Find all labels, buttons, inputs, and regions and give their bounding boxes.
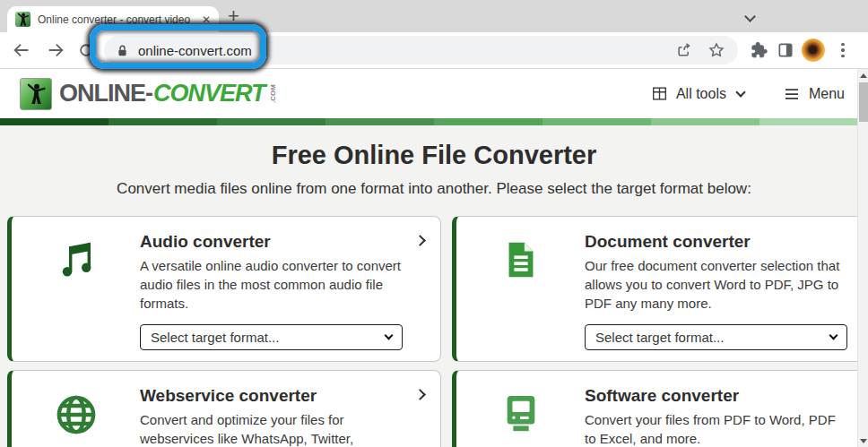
card-software-converter[interactable]: Software converter Convert your files fr…: [452, 370, 868, 447]
forward-button[interactable]: [45, 40, 66, 60]
url-text[interactable]: online-convert.com: [138, 43, 675, 58]
card-title: Document converter: [585, 232, 847, 252]
target-format-select[interactable]: Select target format...: [585, 324, 847, 350]
card-document-converter[interactable]: Document converter Our free document con…: [452, 216, 868, 362]
globe-icon: [12, 386, 140, 447]
chevron-right-icon[interactable]: [414, 389, 426, 400]
page-body: Free Online File Converter Convert media…: [0, 125, 868, 447]
tab-title: Online converter - convert video: [38, 13, 195, 26]
card-title: Software converter: [585, 386, 847, 406]
logo-text: ONLINE-CONVERT.COM: [59, 80, 282, 107]
back-button[interactable]: [11, 40, 32, 60]
card-title: Audio converter: [140, 232, 403, 252]
chevron-down-icon: [735, 87, 745, 97]
tab-close-icon[interactable]: ✕: [202, 13, 211, 26]
target-format-select[interactable]: Select target format...: [140, 324, 403, 350]
tab-strip: Online converter - convert video ✕ +: [0, 0, 868, 32]
menu-label: Menu: [809, 86, 845, 102]
card-webservice-converter[interactable]: Webservice converter Convert and optimiz…: [7, 370, 441, 447]
new-tab-button[interactable]: +: [228, 4, 239, 28]
site-logo[interactable]: ONLINE-CONVERT.COM: [20, 78, 282, 110]
all-tools-label: All tools: [676, 86, 726, 102]
chevron-down-icon: [829, 331, 838, 340]
chevron-down-icon: [385, 331, 394, 340]
card-description: Our free document converter selection th…: [585, 256, 847, 313]
extensions-puzzle-icon[interactable]: [749, 41, 768, 59]
site-favicon-icon: [15, 12, 30, 27]
browser-window: Online converter - convert video ✕ + onl…: [0, 0, 868, 447]
browser-menu-kebab-icon[interactable]: [835, 43, 851, 58]
menu-button[interactable]: Menu: [784, 86, 845, 102]
all-tools-dropdown[interactable]: All tools: [652, 86, 744, 102]
music-note-icon: [12, 232, 140, 361]
share-icon[interactable]: [675, 41, 693, 59]
page-scrollbar[interactable]: [857, 69, 868, 447]
document-icon: [456, 232, 585, 361]
card-audio-converter[interactable]: Audio converter A versatile online audio…: [7, 216, 441, 362]
url-bar[interactable]: online-convert.com: [104, 36, 738, 64]
green-gradient-bar: [0, 118, 868, 125]
card-description: Convert and optimize your files for webs…: [140, 410, 403, 447]
scroll-down-arrow[interactable]: [858, 434, 868, 447]
hamburger-icon: [784, 88, 800, 100]
computer-icon: [456, 386, 585, 447]
hero-section: Free Online File Converter Convert media…: [0, 125, 868, 214]
browser-toolbar: online-convert.com: [0, 32, 868, 68]
page-subtitle: Convert media files online from one form…: [36, 180, 832, 198]
scroll-up-arrow[interactable]: [858, 69, 868, 82]
grid-icon: [652, 86, 667, 101]
site-header: ONLINE-CONVERT.COM All tools Menu: [0, 69, 868, 118]
profile-avatar[interactable]: [802, 39, 825, 62]
site-nav: All tools Menu: [652, 86, 845, 102]
window-chevron-down-icon[interactable]: [744, 11, 756, 22]
card-description: Convert your files from PDF to Word, PDF…: [585, 410, 847, 447]
card-description: A versatile online audio converter to co…: [140, 256, 403, 313]
card-title: Webservice converter: [140, 386, 403, 406]
converter-cards-grid: Audio converter A versatile online audio…: [0, 214, 868, 447]
browser-tab[interactable]: Online converter - convert video ✕: [7, 6, 219, 32]
bookmark-star-icon[interactable]: [707, 41, 725, 59]
logo-figure-icon: [20, 78, 52, 110]
page-title: Free Online File Converter: [36, 141, 832, 170]
side-panel-icon[interactable]: [776, 41, 795, 59]
lock-icon: [117, 44, 128, 57]
scrollbar-thumb[interactable]: [859, 82, 868, 122]
chevron-right-icon[interactable]: [414, 235, 426, 246]
reload-button[interactable]: [75, 41, 97, 59]
